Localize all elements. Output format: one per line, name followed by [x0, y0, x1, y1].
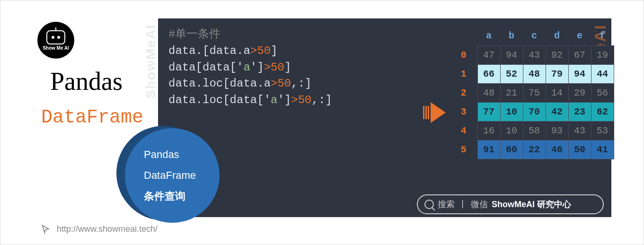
- cell: 94: [500, 45, 523, 64]
- cell: 46: [546, 140, 568, 159]
- cell: 41: [591, 140, 614, 159]
- badge: Pandas DataFrame 条件查询: [116, 126, 216, 225]
- col-b: b: [500, 26, 523, 45]
- search-icon: [424, 200, 434, 209]
- badge-line3: 条件查询: [144, 186, 220, 207]
- search-pill: 搜索 丨 微信 ShowMeAI 研究中心: [417, 194, 604, 214]
- cell: 16: [477, 121, 500, 140]
- cell: 79: [546, 64, 568, 83]
- row-index: 0: [455, 45, 477, 64]
- code-comment: #单一条件: [168, 26, 332, 43]
- cell: 94: [568, 64, 591, 83]
- cell: 21: [500, 83, 523, 102]
- cell: 58: [523, 121, 546, 140]
- logo: Show Me AI: [37, 22, 74, 59]
- cell: 48: [523, 64, 546, 83]
- cell: 93: [546, 121, 568, 140]
- row-index: 3: [455, 102, 477, 121]
- cell: 62: [591, 102, 614, 121]
- dataframe-table: a b c d e f 0479443926719166524879944424…: [455, 26, 614, 159]
- cell: 42: [546, 102, 568, 121]
- search-brand: ShowMeAI 研究中心: [492, 199, 571, 210]
- cell: 50: [568, 140, 591, 159]
- cell: 29: [568, 83, 591, 102]
- table-row: 3771070422362: [455, 102, 614, 121]
- cell: 22: [523, 140, 546, 159]
- table-row: 5916022465041: [455, 140, 614, 159]
- row-index: 5: [455, 140, 477, 159]
- bot-icon: [46, 30, 65, 44]
- cell: 77: [477, 102, 500, 121]
- row-index: 4: [455, 121, 477, 140]
- title-sub: DataFrame: [41, 107, 143, 128]
- col-e: e: [568, 26, 591, 45]
- badge-line2: DataFrame: [144, 165, 220, 186]
- col-a: a: [477, 26, 500, 45]
- cell: 43: [568, 121, 591, 140]
- cursor-icon: [41, 224, 51, 234]
- cell: 70: [523, 102, 546, 121]
- search-action: 搜索: [438, 199, 455, 210]
- code-line-3: data.loc[data.a>50,:]: [168, 76, 332, 92]
- footer: http://www.showmeai.tech/: [41, 224, 158, 234]
- search-channel: 微信: [471, 199, 488, 210]
- cell: 19: [591, 45, 614, 64]
- watermark-left: ShowMeAI: [143, 24, 159, 99]
- cell: 91: [477, 140, 500, 159]
- cell: 23: [568, 102, 591, 121]
- cell: 56: [591, 83, 614, 102]
- logo-text: Show Me AI: [43, 45, 69, 51]
- row-index: 2: [455, 83, 477, 102]
- cell: 92: [546, 45, 568, 64]
- cell: 66: [477, 64, 500, 83]
- cell: 53: [591, 121, 614, 140]
- cell: 75: [523, 83, 546, 102]
- cell: 60: [500, 140, 523, 159]
- row-index: 1: [455, 64, 477, 83]
- code-block: #单一条件 data.[data.a>50] data[data['a']>50…: [168, 26, 332, 109]
- arrow-icon: [423, 102, 446, 123]
- cell: 48: [477, 83, 500, 102]
- col-f: f: [591, 26, 614, 45]
- footer-url: http://www.showmeai.tech/: [57, 224, 158, 234]
- table-row: 2482175142956: [455, 83, 614, 102]
- search-sep: 丨: [459, 199, 467, 210]
- code-line-1: data.[data.a>50]: [168, 43, 332, 60]
- code-line-4: data.loc[data['a']>50,:]: [168, 92, 332, 109]
- cell: 52: [500, 64, 523, 83]
- col-c: c: [523, 26, 546, 45]
- badge-line1: Pandas: [144, 144, 220, 165]
- table-row: 1665248799444: [455, 64, 614, 83]
- cell: 44: [591, 64, 614, 83]
- code-line-2: data[data['a']>50]: [168, 60, 332, 76]
- cell: 43: [523, 45, 546, 64]
- title-main: Pandas: [50, 67, 123, 96]
- table-row: 4161058934353: [455, 121, 614, 140]
- cell: 47: [477, 45, 500, 64]
- cell: 10: [500, 121, 523, 140]
- table-row: 0479443926719: [455, 45, 614, 64]
- cell: 67: [568, 45, 591, 64]
- col-d: d: [546, 26, 568, 45]
- cell: 14: [546, 83, 568, 102]
- cell: 10: [500, 102, 523, 121]
